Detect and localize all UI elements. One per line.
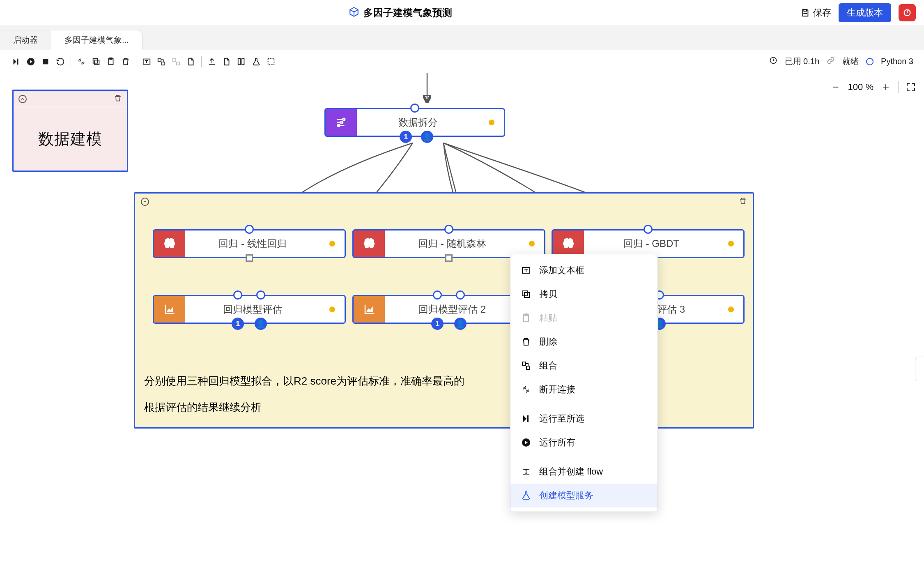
upload-icon[interactable] bbox=[207, 57, 216, 66]
ctx-copy[interactable]: 拷贝 bbox=[510, 282, 657, 306]
ctx-combine[interactable]: 组合 bbox=[510, 354, 657, 378]
port-in-2[interactable] bbox=[456, 290, 465, 300]
ungroup-icon[interactable] bbox=[172, 57, 181, 66]
svg-rect-11 bbox=[173, 58, 176, 61]
collapse-icon[interactable] bbox=[18, 95, 27, 103]
toolbar: 已用 0.1h 就绪 Python 3 bbox=[0, 50, 924, 73]
node-eval-1[interactable]: 回归模型评估 1 👤 bbox=[153, 295, 346, 324]
status-dot bbox=[489, 120, 494, 125]
align-icon[interactable] bbox=[237, 57, 246, 66]
svg-rect-9 bbox=[158, 58, 161, 61]
ctx-disconnect[interactable]: 断开连接 bbox=[510, 378, 657, 401]
title-bar: 多因子建模气象预测 保存 生成版本 bbox=[0, 0, 924, 26]
node-label: 回归 - 线性回归 bbox=[185, 230, 320, 257]
node-label: 回归模型评估 bbox=[185, 296, 320, 323]
svg-rect-10 bbox=[162, 62, 165, 65]
port-out-2[interactable]: 👤 bbox=[255, 318, 267, 330]
trash-icon[interactable] bbox=[739, 197, 747, 207]
stop-icon[interactable] bbox=[41, 57, 50, 66]
canvas[interactable]: − 100 % + 数据建模 数据拆分 1 👤 bbox=[0, 73, 924, 567]
port-in-1[interactable] bbox=[233, 290, 242, 300]
svg-rect-12 bbox=[177, 62, 179, 65]
group-icon[interactable] bbox=[157, 57, 166, 66]
power-button[interactable] bbox=[899, 4, 916, 21]
group-description-2: 根据评估的结果继续分析 bbox=[144, 396, 464, 418]
generate-version-button[interactable]: 生成版本 bbox=[839, 3, 891, 22]
tab-project[interactable]: 多因子建模气象... bbox=[51, 30, 143, 50]
title-center: 多因子建模气象预测 bbox=[0, 6, 801, 19]
sliders-icon bbox=[326, 109, 357, 136]
trash-icon[interactable] bbox=[114, 94, 122, 104]
select-area-icon[interactable] bbox=[267, 57, 276, 66]
ctx-add-textbox[interactable]: 添加文本框 bbox=[510, 258, 657, 282]
sticky-note[interactable]: 数据建模 bbox=[12, 90, 128, 172]
port-out-1[interactable]: 1 bbox=[400, 131, 412, 143]
port-in[interactable] bbox=[444, 225, 453, 234]
kernel-idle-icon bbox=[866, 58, 873, 65]
port-out[interactable] bbox=[445, 254, 453, 262]
svg-rect-13 bbox=[238, 58, 241, 65]
status-dot bbox=[329, 307, 335, 312]
collapse-icon[interactable] bbox=[141, 198, 149, 206]
svg-rect-26 bbox=[526, 366, 530, 369]
port-in-1[interactable] bbox=[433, 290, 442, 300]
port-out-2[interactable]: 👤 bbox=[454, 318, 467, 330]
node-label: 回归 - 随机森林 bbox=[385, 230, 519, 257]
port-out[interactable] bbox=[246, 254, 253, 262]
textbox-icon[interactable] bbox=[142, 57, 151, 66]
run-icon[interactable] bbox=[26, 57, 35, 66]
port-in[interactable] bbox=[410, 104, 419, 113]
export-icon[interactable] bbox=[186, 57, 195, 66]
svg-rect-15 bbox=[268, 58, 274, 65]
zoom-in-button[interactable]: + bbox=[881, 81, 891, 94]
ctx-create-model-service[interactable]: 创建模型服务 bbox=[510, 484, 657, 507]
status-dot bbox=[329, 241, 335, 247]
zoom-out-button[interactable]: − bbox=[831, 81, 841, 94]
port-in-2[interactable] bbox=[256, 290, 265, 300]
restart-icon[interactable] bbox=[56, 57, 65, 66]
port-out-1[interactable]: 1 bbox=[431, 318, 444, 330]
group-description-1: 分别使用三种回归模型拟合，以R2 score为评估标准，准确率最高的 bbox=[144, 370, 464, 392]
ctx-run-all[interactable]: 运行所有 bbox=[510, 431, 657, 454]
svg-rect-3 bbox=[43, 59, 48, 64]
node-reg-linear[interactable]: 回归 - 线性回归 bbox=[153, 229, 346, 258]
svg-point-18 bbox=[341, 122, 343, 124]
port-out-2[interactable]: 👤 bbox=[421, 131, 433, 143]
brain-icon bbox=[154, 230, 185, 257]
node-label: 回归 - GBDT bbox=[584, 230, 719, 257]
paste-icon[interactable] bbox=[106, 57, 115, 66]
node-data-split[interactable]: 数据拆分 1 👤 bbox=[324, 108, 505, 137]
ctx-combine-flow[interactable]: 组合并创建 flow bbox=[510, 460, 657, 484]
svg-rect-21 bbox=[524, 293, 529, 297]
chart-icon bbox=[354, 296, 385, 323]
flask-icon[interactable] bbox=[252, 57, 261, 66]
ctx-paste: 粘贴 bbox=[510, 306, 657, 330]
save-button[interactable]: 保存 bbox=[801, 7, 831, 19]
tab-launcher[interactable]: 启动器 bbox=[0, 30, 51, 50]
run-to-cursor-icon[interactable] bbox=[11, 57, 21, 66]
side-panel-handle[interactable] bbox=[915, 357, 924, 381]
page-title: 多因子建模气象预测 bbox=[363, 6, 452, 19]
port-out-1[interactable]: 1 bbox=[232, 318, 244, 330]
ctx-run-to[interactable]: 运行至所选 bbox=[510, 407, 657, 431]
chart-icon bbox=[154, 296, 185, 323]
disconnect-icon[interactable] bbox=[77, 57, 86, 66]
node-label: 数据拆分 bbox=[357, 109, 479, 136]
ctx-delete[interactable]: 删除 bbox=[510, 330, 657, 354]
port-in[interactable] bbox=[644, 225, 653, 234]
port-in[interactable] bbox=[245, 225, 254, 234]
copy-icon[interactable] bbox=[92, 57, 101, 66]
fit-screen-button[interactable] bbox=[906, 82, 916, 92]
status-dot bbox=[728, 241, 734, 247]
trash-icon[interactable] bbox=[121, 57, 130, 66]
usage-label: 已用 0.1h bbox=[785, 56, 820, 67]
title-actions: 保存 生成版本 bbox=[801, 3, 924, 22]
svg-rect-14 bbox=[242, 58, 244, 65]
kernel-label[interactable]: Python 3 bbox=[881, 57, 913, 66]
zoom-value: 100 % bbox=[848, 82, 873, 92]
clock-icon bbox=[769, 56, 777, 67]
status-dot bbox=[728, 307, 734, 312]
svg-rect-27 bbox=[527, 415, 529, 422]
file-icon[interactable] bbox=[222, 57, 231, 66]
brain-icon bbox=[553, 230, 584, 257]
